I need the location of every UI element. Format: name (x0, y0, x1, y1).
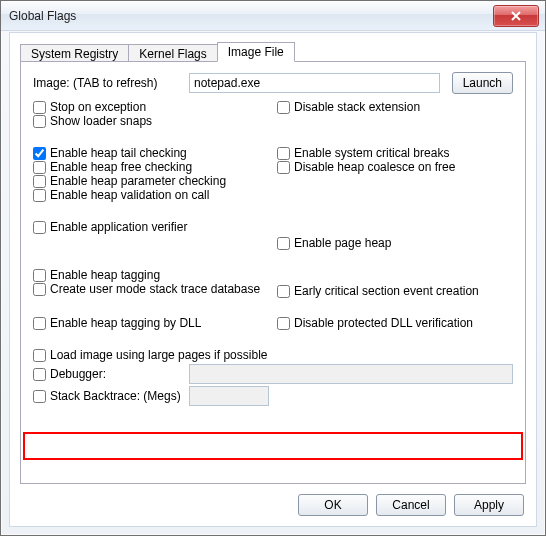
client-area: System Registry Kernel Flags Image File … (9, 32, 537, 527)
cb-enable-heap-free-label: Enable heap free checking (50, 160, 192, 174)
cb-disable-heap-coalesce[interactable]: Disable heap coalesce on free (277, 160, 513, 174)
row-debugger: Debugger: (33, 364, 513, 384)
cb-enable-heap-param-box[interactable] (33, 175, 46, 188)
cb-early-crit-section-box[interactable] (277, 285, 290, 298)
cb-load-large-pages-label: Load image using large pages if possible (50, 348, 267, 362)
cb-stop-on-exception-box[interactable] (33, 101, 46, 114)
group-dll: Enable heap tagging by DLL Disable prote… (33, 316, 513, 330)
cb-stop-on-exception[interactable]: Stop on exception (33, 100, 269, 114)
group-verifier: Enable application verifier Enable page … (33, 220, 513, 250)
cb-enable-app-verifier-label: Enable application verifier (50, 220, 187, 234)
cb-disable-heap-coalesce-label: Disable heap coalesce on free (294, 160, 455, 174)
cb-stack-backtrace[interactable]: Stack Backtrace: (Megs) (33, 389, 183, 403)
cb-enable-page-heap[interactable]: Enable page heap (277, 236, 513, 250)
cb-enable-app-verifier-box[interactable] (33, 221, 46, 234)
cb-enable-heap-tail[interactable]: Enable heap tail checking (33, 146, 269, 160)
close-button[interactable] (493, 5, 539, 27)
dialog-buttons: OK Cancel Apply (298, 494, 524, 516)
cb-enable-heap-param[interactable]: Enable heap parameter checking (33, 174, 269, 188)
tab-system-registry[interactable]: System Registry (20, 44, 129, 62)
close-icon (511, 11, 521, 21)
cb-enable-heap-free[interactable]: Enable heap free checking (33, 160, 269, 174)
group-basic: Stop on exception Show loader snaps Disa… (33, 100, 513, 128)
image-label: Image: (TAB to refresh) (33, 76, 183, 90)
group-bottom: Load image using large pages if possible… (33, 348, 513, 406)
cb-enable-heap-valid-call-box[interactable] (33, 189, 46, 202)
highlight-debugger (23, 432, 523, 460)
image-input[interactable] (189, 73, 440, 93)
apply-button[interactable]: Apply (454, 494, 524, 516)
cb-disable-protected-dll-box[interactable] (277, 317, 290, 330)
tab-panel-image-file: Image: (TAB to refresh) Launch Stop on e… (20, 61, 526, 484)
cb-create-umst-db-label: Create user mode stack trace database (50, 282, 260, 296)
row-stack-backtrace: Stack Backtrace: (Megs) (33, 386, 513, 406)
cb-enable-heap-tagging-box[interactable] (33, 269, 46, 282)
debugger-input[interactable] (189, 364, 513, 384)
cb-enable-heap-tagging[interactable]: Enable heap tagging (33, 268, 269, 282)
cb-debugger-label: Debugger: (50, 367, 106, 381)
cb-disable-stack-extension-label: Disable stack extension (294, 100, 420, 114)
cb-enable-heap-tail-label: Enable heap tail checking (50, 146, 187, 160)
cb-debugger[interactable]: Debugger: (33, 367, 183, 381)
window: Global Flags System Registry Kernel Flag… (0, 0, 546, 536)
tab-kernel-flags[interactable]: Kernel Flags (128, 44, 217, 62)
cb-enable-heap-valid-call-label: Enable heap validation on call (50, 188, 209, 202)
cb-debugger-box[interactable] (33, 368, 46, 381)
cb-show-loader-snaps-box[interactable] (33, 115, 46, 128)
cb-enable-page-heap-label: Enable page heap (294, 236, 391, 250)
tab-image-file[interactable]: Image File (217, 42, 295, 62)
cb-disable-stack-extension-box[interactable] (277, 101, 290, 114)
titlebar: Global Flags (1, 1, 545, 31)
cb-create-umst-db-box[interactable] (33, 283, 46, 296)
cb-stack-backtrace-box[interactable] (33, 390, 46, 403)
ok-button[interactable]: OK (298, 494, 368, 516)
cb-enable-heap-tag-dll-box[interactable] (33, 317, 46, 330)
cb-enable-sys-crit-breaks[interactable]: Enable system critical breaks (277, 146, 513, 160)
cb-show-loader-snaps[interactable]: Show loader snaps (33, 114, 269, 128)
cb-disable-heap-coalesce-box[interactable] (277, 161, 290, 174)
cb-stop-on-exception-label: Stop on exception (50, 100, 146, 114)
cb-enable-sys-crit-breaks-box[interactable] (277, 147, 290, 160)
window-title: Global Flags (9, 9, 493, 23)
stack-backtrace-input[interactable] (189, 386, 269, 406)
launch-button[interactable]: Launch (452, 72, 513, 94)
cb-enable-heap-tag-dll[interactable]: Enable heap tagging by DLL (33, 316, 269, 330)
cb-enable-heap-param-label: Enable heap parameter checking (50, 174, 226, 188)
cb-disable-protected-dll-label: Disable protected DLL verification (294, 316, 473, 330)
cb-enable-heap-tail-box[interactable] (33, 147, 46, 160)
cb-create-umst-db[interactable]: Create user mode stack trace database (33, 282, 269, 296)
cb-show-loader-snaps-label: Show loader snaps (50, 114, 152, 128)
cb-enable-app-verifier[interactable]: Enable application verifier (33, 220, 269, 234)
group-heap-checks: Enable heap tail checking Enable heap fr… (33, 146, 513, 202)
cb-enable-heap-valid-call[interactable]: Enable heap validation on call (33, 188, 269, 202)
cb-disable-stack-extension[interactable]: Disable stack extension (277, 100, 513, 114)
cb-enable-heap-tag-dll-label: Enable heap tagging by DLL (50, 316, 201, 330)
cb-early-crit-section-label: Early critical section event creation (294, 284, 479, 298)
image-row: Image: (TAB to refresh) Launch (33, 72, 513, 94)
cb-stack-backtrace-label: Stack Backtrace: (Megs) (50, 389, 181, 403)
group-tagging: Enable heap tagging Create user mode sta… (33, 268, 513, 298)
cb-load-large-pages[interactable]: Load image using large pages if possible (33, 348, 513, 362)
cb-disable-protected-dll[interactable]: Disable protected DLL verification (277, 316, 513, 330)
cb-enable-page-heap-box[interactable] (277, 237, 290, 250)
tab-strip: System Registry Kernel Flags Image File (20, 41, 536, 62)
cb-early-crit-section[interactable]: Early critical section event creation (277, 284, 513, 298)
cb-load-large-pages-box[interactable] (33, 349, 46, 362)
cb-enable-heap-tagging-label: Enable heap tagging (50, 268, 160, 282)
cb-enable-heap-free-box[interactable] (33, 161, 46, 174)
cancel-button[interactable]: Cancel (376, 494, 446, 516)
cb-enable-sys-crit-breaks-label: Enable system critical breaks (294, 146, 449, 160)
